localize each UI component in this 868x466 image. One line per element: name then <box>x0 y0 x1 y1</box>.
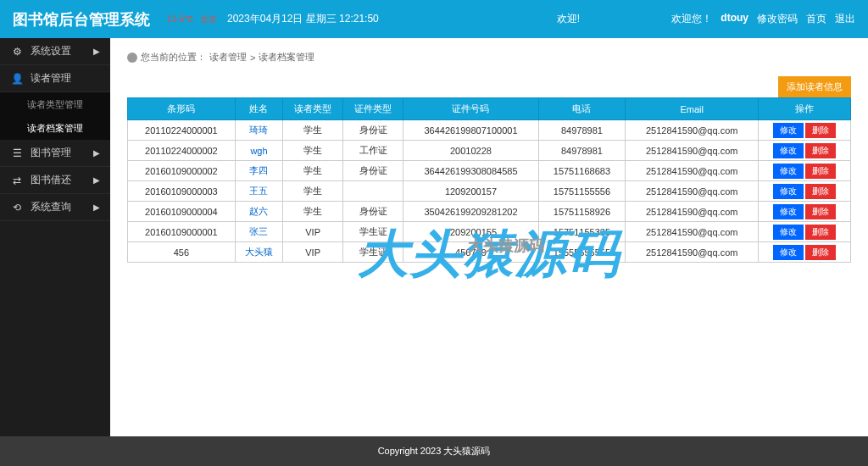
delete-button[interactable]: 删除 <box>805 164 836 179</box>
table-row: 20160109000001张三VIP学生证120920015515751155… <box>128 222 851 242</box>
table-cell: 2512841590@qq.com <box>626 222 759 242</box>
op-cell: 修改删除 <box>759 222 851 242</box>
table-row: 456大头猿VIP学生证456789155555555552512841590@… <box>128 242 851 263</box>
chevron-right-icon: ▶ <box>93 47 100 56</box>
add-reader-button[interactable]: 添加读者信息 <box>778 76 851 97</box>
edit-button[interactable]: 修改 <box>773 143 804 158</box>
submenu-reader-file[interactable]: 读者档案管理 <box>0 116 110 140</box>
breadcrumb-label: 您当前的位置： <box>141 51 206 64</box>
submenu-reader-type[interactable]: 读者类型管理 <box>0 92 110 116</box>
table-cell: 1209200157 <box>403 181 539 202</box>
table-cell: 学生 <box>283 141 343 161</box>
table-header: 姓名 <box>235 98 282 120</box>
sidebar: ⚙ 系统设置 ▶ 👤 读者管理 读者类型管理 读者档案管理 ☰ 图书管理 ▶ ⇄… <box>0 38 110 436</box>
table-cell: 15751168683 <box>538 161 625 181</box>
table-cell: 15751155556 <box>538 181 625 202</box>
breadcrumb-p2: 读者档案管理 <box>259 51 314 64</box>
table-cell: 20010228 <box>403 141 539 161</box>
table-header: 证件号码 <box>403 98 539 120</box>
edit-button[interactable]: 修改 <box>773 123 804 138</box>
edit-button[interactable]: 修改 <box>773 204 804 219</box>
edit-button[interactable]: 修改 <box>773 245 804 260</box>
table-cell: 20160109000002 <box>128 161 236 181</box>
op-cell: 修改删除 <box>759 161 851 181</box>
table-cell: 身份证 <box>343 202 403 222</box>
sidebar-item-label: 图书管理 <box>31 146 71 160</box>
table-cell: 2512841590@qq.com <box>626 120 759 141</box>
reader-name-link[interactable]: 张三 <box>235 222 282 242</box>
sidebar-submenu-reader: 读者类型管理 读者档案管理 <box>0 92 110 140</box>
reader-name-link[interactable]: wgh <box>235 141 282 161</box>
edit-button[interactable]: 修改 <box>773 184 804 199</box>
delete-button[interactable]: 删除 <box>805 184 836 199</box>
table-cell: 456 <box>128 242 236 263</box>
table-header: Email <box>626 98 759 120</box>
table-cell: 15751155335 <box>538 222 625 242</box>
table-cell: 学生 <box>283 161 343 181</box>
table-cell: 15751158926 <box>538 202 625 222</box>
table-cell: VIP <box>283 242 343 263</box>
edit-button[interactable]: 修改 <box>773 225 804 240</box>
op-cell: 修改删除 <box>759 202 851 222</box>
delete-button[interactable]: 删除 <box>805 123 836 138</box>
table-cell: VIP <box>283 222 343 242</box>
chevron-right-icon: ▶ <box>93 202 100 212</box>
op-cell: 修改删除 <box>759 181 851 202</box>
reader-name-link[interactable]: 大头猿 <box>235 242 282 263</box>
table-cell: 2512841590@qq.com <box>626 242 759 263</box>
table-cell: 20160109000004 <box>128 202 236 222</box>
sidebar-item-book[interactable]: ☰ 图书管理 ▶ <box>0 140 110 167</box>
location-icon <box>127 53 137 63</box>
edit-button[interactable]: 修改 <box>773 164 804 179</box>
reader-name-link[interactable]: 李四 <box>235 161 282 181</box>
chevron-right-icon: ▶ <box>93 175 100 185</box>
table-row: 20160109000003王五学生1209200157157511555562… <box>128 181 851 202</box>
table-row: 20110224000002wgh学生工作证200102288497898125… <box>128 141 851 161</box>
logout-link[interactable]: 退出 <box>835 12 855 26</box>
table-row: 20110224000001琦琦学生身份证3644261998071000018… <box>128 120 851 141</box>
weather-temp: 11-5℃ <box>167 14 193 24</box>
action-bar: 添加读者信息 <box>127 76 851 97</box>
username[interactable]: dtouy <box>721 12 748 26</box>
breadcrumb-p1[interactable]: 读者管理 <box>209 51 247 64</box>
delete-button[interactable]: 删除 <box>805 225 836 240</box>
table-cell: 350426199209281202 <box>403 202 539 222</box>
reader-name-link[interactable]: 王五 <box>235 181 282 202</box>
table-row: 20160109000002李四学生身份证3644261993080845851… <box>128 161 851 181</box>
table-cell: 364426199807100001 <box>403 120 539 141</box>
change-password-link[interactable]: 修改密码 <box>757 12 798 26</box>
table-cell: 2512841590@qq.com <box>626 181 759 202</box>
table-cell: 20110224000002 <box>128 141 236 161</box>
reader-name-link[interactable]: 赵六 <box>235 202 282 222</box>
user-icon: 👤 <box>10 72 24 86</box>
op-cell: 修改删除 <box>759 141 851 161</box>
table-cell <box>343 181 403 202</box>
table-cell: 学生 <box>283 202 343 222</box>
table-cell: 2512841590@qq.com <box>626 161 759 181</box>
sidebar-item-system[interactable]: ⚙ 系统设置 ▶ <box>0 38 110 65</box>
sidebar-item-query[interactable]: ⟲ 系统查询 ▶ <box>0 194 110 221</box>
sidebar-item-borrow[interactable]: ⇄ 图书借还 ▶ <box>0 167 110 194</box>
welcome2-text: 欢迎您！ <box>671 12 712 26</box>
table-header: 证件类型 <box>343 98 403 120</box>
chevron-right-icon: ▶ <box>93 148 100 158</box>
table-header: 电话 <box>538 98 625 120</box>
table-cell: 20110224000001 <box>128 120 236 141</box>
table-cell: 364426199308084585 <box>403 161 539 181</box>
reader-name-link[interactable]: 琦琦 <box>235 120 282 141</box>
table-cell: 456789 <box>403 242 539 263</box>
sidebar-item-label: 读者管理 <box>31 71 71 86</box>
table-header: 条形码 <box>128 98 236 120</box>
delete-button[interactable]: 删除 <box>805 143 836 158</box>
table-header: 读者类型 <box>283 98 343 120</box>
sidebar-item-reader[interactable]: 👤 读者管理 <box>0 65 110 92</box>
home-link[interactable]: 首页 <box>806 12 826 26</box>
gear-icon: ⚙ <box>10 45 24 58</box>
delete-button[interactable]: 删除 <box>805 204 836 219</box>
table-cell: 20160109000003 <box>128 181 236 202</box>
op-cell: 修改删除 <box>759 120 851 141</box>
delete-button[interactable]: 删除 <box>805 245 836 260</box>
app-title: 图书馆后台管理系统 <box>13 9 150 30</box>
table-header: 操作 <box>759 98 851 120</box>
table-cell: 工作证 <box>343 141 403 161</box>
